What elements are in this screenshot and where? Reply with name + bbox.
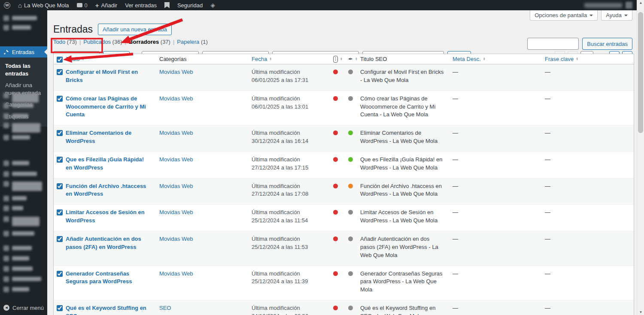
post-title-link[interactable]: Cómo crear las Páginas de Woocommerce de… — [66, 95, 146, 118]
wordpress-logo-menu[interactable]: W — [0, 0, 14, 10]
seo-title: Generador Contraseñas Seguras para WordP… — [360, 270, 453, 294]
row-checkbox[interactable] — [57, 69, 63, 75]
row-checkbox[interactable] — [57, 305, 63, 311]
security-label: Seguridad — [177, 2, 203, 9]
sort-icon: ▲▼ — [82, 58, 85, 61]
meta-description: — — [453, 95, 545, 103]
account-menu[interactable] — [584, 2, 637, 9]
home-icon: ⌂ — [18, 2, 22, 9]
table-row: Eliminar Comentarios de WordPress Movida… — [54, 125, 634, 152]
post-date: Última modificación 25/12/2024 a las 11:… — [252, 235, 333, 251]
post-category-link[interactable]: Movidas Web — [159, 270, 193, 277]
sort-icon: ▲▼ — [576, 58, 578, 61]
post-category-link[interactable]: Movidas Web — [159, 130, 193, 136]
post-title-link[interactable]: Qué es el Keyword Stuffing en SEO — [66, 305, 146, 315]
post-category-link[interactable]: Movidas Web — [159, 95, 193, 102]
sidebar-item-entradas[interactable]: Entradas — [0, 46, 47, 58]
screen-options-label: Opciones de pantalla — [535, 12, 587, 18]
row-checkbox[interactable] — [57, 157, 63, 163]
post-date: Última modificación 27/12/2024 a las 17:… — [252, 182, 333, 199]
plugin-flag-menu[interactable] — [161, 0, 173, 10]
column-title[interactable]: Título ▲▼ — [66, 56, 159, 62]
focus-phrase: — — [545, 156, 634, 164]
submenu-todas-las-entradas[interactable]: Todas las entradas — [0, 60, 47, 79]
readability-score-dot — [348, 96, 353, 101]
post-category-link[interactable]: Movidas Web — [159, 209, 193, 215]
collapse-menu-label: Cerrar menú — [12, 305, 44, 311]
screen-options-button[interactable]: Opciones de pantalla — [530, 10, 598, 21]
blurred-menu-item — [3, 181, 42, 191]
seo-title: Que es Filezilla ¡Guía Rápida! en WordPr… — [360, 156, 453, 172]
post-title-link[interactable]: Que es Filezilla ¡Guía Rápida! en WordPr… — [66, 156, 144, 171]
post-date: Última modificación 30/12/2024 a las 16:… — [252, 129, 333, 145]
column-date[interactable]: Fecha ▲▼ — [252, 56, 333, 62]
post-title-link[interactable]: Eliminar Comentarios de WordPress — [66, 130, 131, 144]
column-readability-score[interactable]: ✒ ▲▼ — [348, 56, 360, 62]
plugin-diamond-menu[interactable]: ◈ — [207, 0, 219, 10]
column-meta-desc[interactable]: Meta Desc. ▲▼ — [453, 56, 545, 62]
seo-score-dot — [333, 306, 338, 310]
seo-title: Limitar Accesos de Sesión en WordPress -… — [360, 209, 453, 225]
row-checkbox[interactable] — [57, 271, 63, 277]
focus-phrase: — — [545, 270, 634, 278]
help-label: Ayuda — [606, 12, 622, 18]
row-checkbox[interactable] — [57, 236, 63, 242]
seo-score-dot — [333, 96, 338, 101]
post-title-link[interactable]: Generador Contraseñas Seguras para WordP… — [66, 270, 132, 285]
row-checkbox[interactable] — [57, 96, 63, 102]
browser-scrollbar[interactable]: ▲ ▼ — [637, 0, 644, 315]
blurred-menu-item — [3, 123, 40, 133]
row-checkbox[interactable] — [57, 183, 63, 189]
sidebar-item-label: Entradas — [12, 49, 34, 55]
sort-icon: ▲▼ — [483, 58, 486, 61]
help-button[interactable]: Ayuda — [601, 10, 632, 21]
blurred-menu-item — [3, 135, 30, 140]
post-category-link[interactable]: Movidas Web — [159, 69, 193, 75]
readability-score-dot — [348, 306, 353, 310]
table-row: Añadir Autenticación en dos pasos (2FA) … — [54, 231, 634, 266]
plus-icon: + — [95, 2, 99, 9]
scroll-up-icon[interactable]: ▲ — [637, 1, 644, 5]
select-all-checkbox[interactable] — [57, 57, 63, 63]
post-title-link[interactable]: Función del Archivo .htaccess en WordPre… — [66, 183, 146, 197]
meta-description: — — [453, 235, 545, 243]
scrollbar-thumb[interactable] — [638, 12, 643, 133]
seo-title: Cómo crear las Páginas de Woocommerce de… — [360, 95, 453, 119]
comments-icon — [77, 3, 82, 7]
wordpress-logo-icon: W — [4, 2, 10, 9]
site-name-menu[interactable]: ⌂ La Web Que Mola — [14, 0, 73, 10]
new-content-menu[interactable]: + Añadir — [91, 0, 121, 10]
add-new-post-button[interactable]: Añadir una nueva entrada — [98, 24, 172, 35]
row-checkbox[interactable] — [57, 130, 63, 136]
readability-score-dot — [348, 184, 353, 188]
new-content-label: Añadir — [101, 2, 118, 9]
meta-description: — — [453, 182, 545, 191]
blurred-menu-item — [3, 276, 41, 282]
collapse-menu-button[interactable]: ◀ Cerrar menú — [0, 302, 47, 313]
view-posts-menu[interactable]: Ver entradas — [121, 0, 161, 10]
comments-menu[interactable]: 0 — [73, 0, 91, 10]
sort-icon: ▲▼ — [269, 58, 272, 61]
posts-table: Título ▲▼ Categorías Fecha ▲▼ ⋮ ▲▼ ✒ ▲▼ … — [53, 54, 634, 315]
row-checkbox[interactable] — [57, 209, 63, 215]
column-seo-score[interactable]: ⋮ ▲▼ — [333, 56, 348, 63]
seo-score-dot — [333, 184, 338, 188]
pin-icon — [3, 49, 9, 55]
scroll-down-icon[interactable]: ▼ — [637, 310, 644, 314]
blurred-menu-item — [3, 25, 31, 30]
post-title-link[interactable]: Configurar el Movil First en Bricks — [66, 69, 138, 83]
column-focus-phrase[interactable]: Frase clave ▲▼ — [545, 56, 634, 62]
post-category-link[interactable]: SEO — [159, 305, 171, 311]
focus-phrase: — — [545, 209, 634, 217]
security-menu[interactable]: Seguridad — [173, 0, 207, 10]
post-category-link[interactable]: Movidas Web — [159, 183, 193, 189]
seo-score-dot — [333, 236, 338, 241]
post-title-link[interactable]: Añadir Autenticación en dos pasos (2FA) … — [66, 236, 141, 250]
chevron-down-icon — [589, 15, 593, 18]
view-posts-label: Ver entradas — [125, 2, 157, 9]
post-title-link[interactable]: Limitar Accesos de Sesión en WordPress — [66, 209, 145, 224]
sort-icon: ▲▼ — [355, 58, 358, 61]
quill-pen-icon: ✒ — [348, 56, 353, 62]
post-category-link[interactable]: Movidas Web — [159, 156, 193, 163]
post-category-link[interactable]: Movidas Web — [159, 236, 193, 242]
